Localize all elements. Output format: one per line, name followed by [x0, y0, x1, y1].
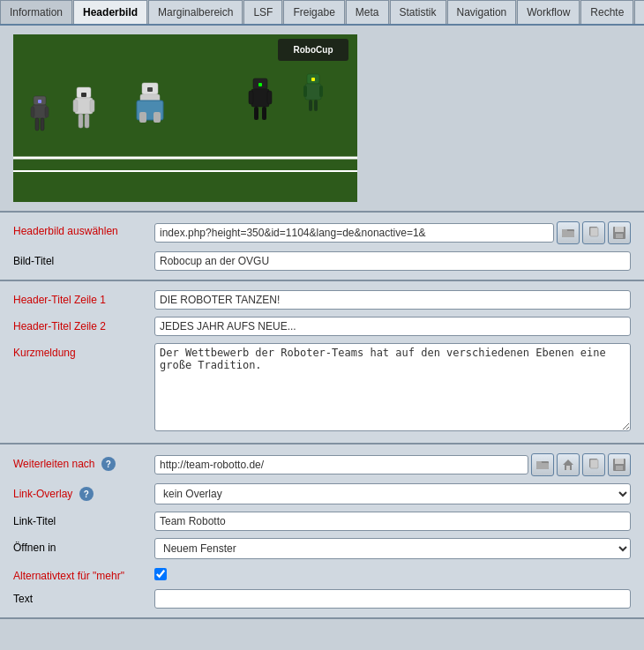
weiterleiten-copy-button[interactable]: [582, 453, 605, 476]
bild-titel-row: Bild-Titel: [13, 251, 631, 271]
tab-lsf[interactable]: LSF: [243, 0, 282, 24]
headerbild-auswahlen-row: Headerbild auswählen: [13, 221, 631, 244]
folder-icon-2: [536, 459, 549, 471]
header-titel-form-section: Header-Titel Zeile 1 Header-Titel Zeile …: [0, 281, 644, 445]
alternativtext-checkbox-wrapper: [154, 566, 631, 580]
text-input[interactable]: [154, 589, 631, 609]
svg-rect-46: [616, 234, 623, 238]
tab-rechte[interactable]: Rechte: [580, 0, 633, 24]
svg-rect-5: [81, 93, 86, 97]
content-area: RoboCup Headerbild auswählen: [0, 26, 644, 619]
text-label: Text: [13, 589, 154, 605]
oeffnen-in-select[interactable]: Neuem FensterGleichem FensterNeuem Tab: [154, 538, 631, 559]
tab-meta[interactable]: Meta: [346, 0, 389, 24]
svg-rect-56: [616, 466, 623, 470]
headerbild-form-section: Headerbild auswählen: [0, 213, 644, 281]
link-titel-input[interactable]: [154, 512, 631, 531]
tab-information[interactable]: Information: [0, 0, 72, 24]
svg-rect-8: [79, 114, 83, 128]
text-row: Text: [13, 589, 631, 609]
header-titel-zeile2-control: [154, 317, 631, 336]
svg-rect-32: [311, 78, 315, 81]
svg-rect-22: [154, 112, 161, 123]
header-titel-zeile2-row: Header-Titel Zeile 2: [13, 317, 631, 336]
tab-freigabe[interactable]: Freigabe: [283, 0, 344, 24]
weiterleiten-save-button[interactable]: [608, 453, 631, 476]
svg-rect-25: [258, 83, 262, 86]
kurzmeldung-textarea[interactable]: Der Wettbewerb der Roboter-Teams hat auf…: [154, 343, 631, 431]
link-overlay-help-icon[interactable]: ?: [79, 487, 94, 501]
tab-navigation[interactable]: Navigation: [447, 0, 517, 24]
svg-rect-55: [615, 459, 624, 464]
svg-rect-29: [262, 107, 266, 120]
alternativtext-checkbox[interactable]: [154, 568, 167, 580]
header-titel-zeile2-input[interactable]: [154, 317, 631, 336]
link-overlay-control: kein OverlayOverlay 1Overlay 2: [154, 483, 631, 504]
disk-icon-2: [613, 459, 625, 471]
tab-bar: InformationHeaderbildMarginalbereichLSFF…: [0, 0, 644, 26]
headerbild-auswahlen-label: Headerbild auswählen: [13, 221, 154, 237]
svg-rect-11: [33, 105, 47, 118]
bild-titel-input[interactable]: [154, 251, 631, 271]
svg-rect-35: [309, 100, 312, 111]
tab-workflow[interactable]: Workflow: [517, 0, 580, 24]
alternativtext-control: [154, 566, 631, 580]
svg-rect-9: [85, 114, 89, 128]
svg-rect-16: [41, 118, 44, 131]
svg-rect-36: [314, 100, 318, 111]
svg-rect-14: [45, 107, 49, 117]
svg-rect-13: [31, 107, 34, 117]
svg-rect-53: [590, 459, 598, 468]
headerbild-folder-button[interactable]: [557, 221, 580, 244]
kurzmeldung-control: Der Wettbewerb der Roboter-Teams hat auf…: [154, 343, 631, 434]
copy-icon: [588, 227, 600, 239]
weiterleiten-nach-label: Weiterleiten nach ?: [13, 453, 154, 471]
bild-titel-label: Bild-Titel: [13, 251, 154, 267]
svg-rect-27: [267, 91, 272, 104]
oeffnen-in-label: Öffnen in: [13, 538, 154, 554]
link-titel-label: Link-Titel: [13, 512, 154, 527]
weiterleiten-nach-input[interactable]: [154, 455, 528, 474]
tab-headerbild[interactable]: Headerbild: [73, 0, 147, 26]
svg-rect-43: [590, 228, 598, 236]
text-control: [154, 589, 631, 609]
svg-rect-49: [536, 463, 549, 469]
weiterleiten-nach-control: [154, 453, 631, 476]
svg-rect-24: [251, 89, 269, 107]
bild-titel-control: [154, 251, 631, 271]
svg-rect-15: [35, 118, 39, 131]
tab-marginalbereich[interactable]: Marginalbereich: [148, 0, 243, 24]
link-overlay-select[interactable]: kein OverlayOverlay 1Overlay 2: [154, 483, 631, 504]
svg-rect-19: [147, 87, 153, 92]
svg-rect-26: [249, 91, 253, 104]
kurzmeldung-row: Kurzmeldung Der Wettbewerb der Roboter-T…: [13, 343, 631, 434]
disk-icon: [613, 227, 625, 239]
svg-rect-6: [73, 100, 78, 112]
header-titel-zeile1-control: [154, 290, 631, 310]
link-overlay-label: Link-Overlay ?: [13, 483, 154, 501]
svg-rect-51: [566, 466, 570, 470]
kurzmeldung-label: Kurzmeldung: [13, 343, 154, 359]
header-titel-zeile1-input[interactable]: [154, 290, 631, 310]
svg-rect-31: [305, 84, 321, 100]
header-titel-zeile1-row: Header-Titel Zeile 1: [13, 290, 631, 310]
oeffnen-in-control: Neuem FensterGleichem FensterNeuem Tab: [154, 538, 631, 559]
svg-rect-12: [38, 100, 41, 103]
header-image: RoboCup: [13, 34, 357, 202]
weiterleiten-help-icon[interactable]: ?: [101, 457, 116, 471]
tab-statistik[interactable]: Statistik: [390, 0, 446, 24]
header-titel-zeile2-label: Header-Titel Zeile 2: [13, 317, 154, 332]
weiterleiten-folder-button[interactable]: [531, 453, 554, 476]
svg-rect-41: [562, 231, 574, 237]
headerbild-auswahlen-input[interactable]: [154, 223, 554, 243]
alternativtext-row: Alternativtext für "mehr": [13, 566, 631, 582]
tab-klone[interactable]: Klone: [634, 0, 644, 24]
header-titel-zeile1-label: Header-Titel Zeile 1: [13, 290, 154, 306]
headerbild-save-button[interactable]: [608, 221, 631, 244]
weiterleiten-home-button[interactable]: [557, 453, 580, 476]
link-overlay-row: Link-Overlay ? kein OverlayOverlay 1Over…: [13, 483, 631, 504]
headerbild-copy-button[interactable]: [582, 221, 605, 244]
home-icon: [562, 459, 574, 471]
folder-icon: [562, 227, 574, 239]
weiterleiten-nach-row: Weiterleiten nach ?: [13, 453, 631, 476]
